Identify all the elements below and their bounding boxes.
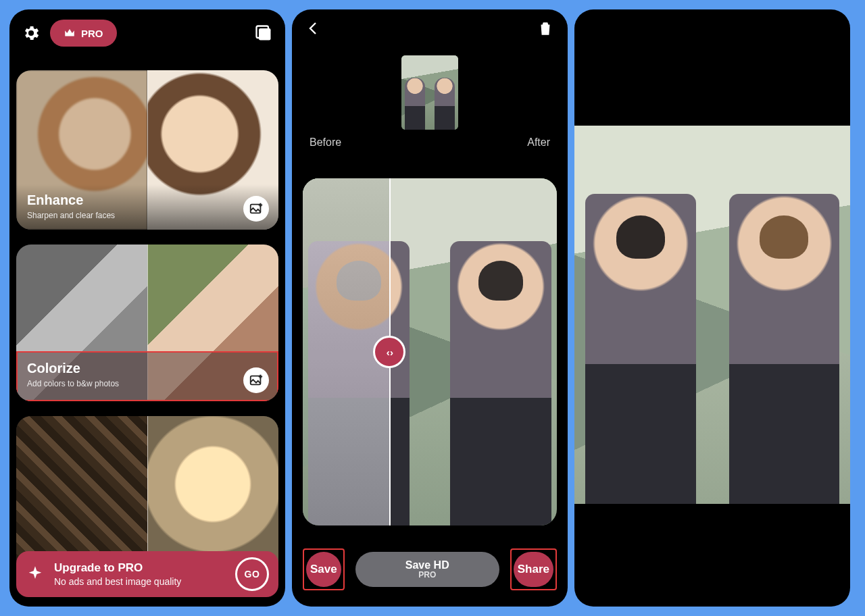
pro-pill[interactable]: PRO <box>50 20 117 47</box>
colorize-subtitle: Add colors to b&w photos <box>27 379 268 388</box>
person-right <box>729 194 839 504</box>
pro-banner-subtitle: No ads and best image quality <box>54 576 226 587</box>
settings-icon[interactable] <box>22 24 41 43</box>
enhance-subtitle: Sharpen and clear faces <box>27 211 268 220</box>
before-after-labels: Before After <box>292 130 568 155</box>
enhance-title: Enhance <box>27 192 268 208</box>
screen-compare: Before After ‹ › Save Save HD PRO <box>292 9 568 607</box>
pro-banner[interactable]: Upgrade to PRO No ads and best image qua… <box>16 551 278 597</box>
crown-icon <box>64 27 76 39</box>
screen-final <box>574 9 850 607</box>
save-button[interactable]: Save <box>306 552 341 587</box>
topbar: PRO <box>9 9 285 57</box>
before-label: Before <box>310 136 341 149</box>
screen-home: PRO Enhance Sharpen and clear faces <box>9 9 285 607</box>
enhance-add-button[interactable] <box>243 196 269 222</box>
final-image[interactable] <box>574 126 850 504</box>
slider-handle[interactable]: ‹ › <box>373 336 405 368</box>
share-highlight: Share <box>510 548 557 590</box>
save-hd-label: Save HD <box>360 559 495 571</box>
pro-label: PRO <box>81 28 103 39</box>
result-thumbnail[interactable] <box>401 55 458 130</box>
share-button[interactable]: Share <box>514 552 553 587</box>
save-highlight: Save <box>303 548 345 590</box>
add-image-icon <box>249 373 264 388</box>
pro-banner-title: Upgrade to PRO <box>54 561 226 575</box>
save-hd-sub: PRO <box>360 571 495 580</box>
delete-icon[interactable] <box>537 20 554 37</box>
colorize-add-button[interactable] <box>243 367 269 393</box>
card-colorize[interactable]: Colorize Add colors to b&w photos <box>16 245 278 401</box>
after-label: After <box>527 136 550 149</box>
compare-view[interactable]: ‹ › <box>303 178 557 525</box>
person-right <box>450 241 551 525</box>
save-hd-button[interactable]: Save HD PRO <box>355 552 499 587</box>
colorize-title: Colorize <box>27 361 268 376</box>
action-buttons: Save Save HD PRO Share <box>303 548 557 590</box>
card-enhance[interactable]: Enhance Sharpen and clear faces <box>16 70 278 230</box>
person-left <box>585 194 695 504</box>
topbar <box>292 9 568 47</box>
go-button[interactable]: GO <box>235 557 269 591</box>
sparkle-icon <box>26 565 45 584</box>
back-icon[interactable] <box>305 20 322 36</box>
gallery-icon[interactable] <box>254 24 273 43</box>
add-image-icon <box>249 201 264 216</box>
